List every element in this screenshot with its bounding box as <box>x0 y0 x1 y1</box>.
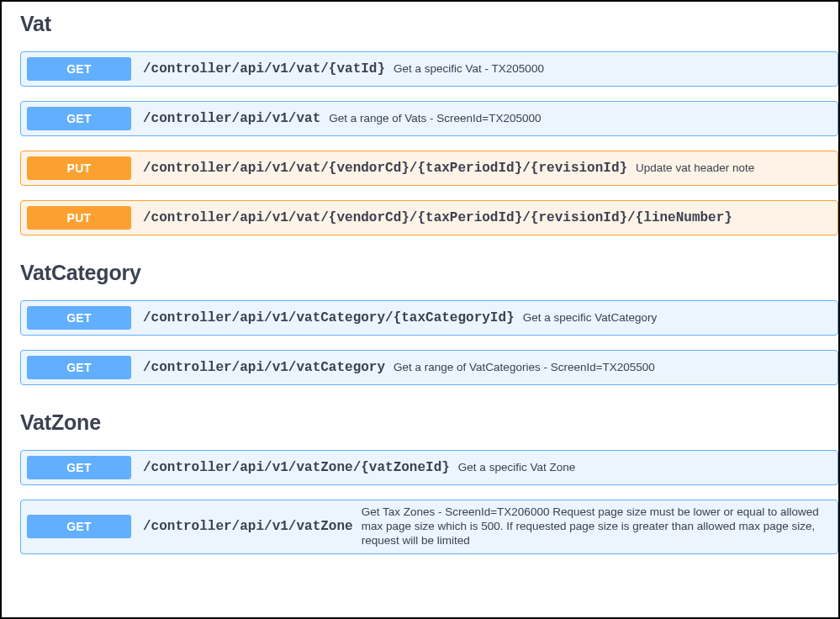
endpoint-summary: Get a specific Vat Zone <box>458 461 832 475</box>
endpoint-path: /controller/api/v1/vatCategory/{taxCateg… <box>143 310 515 325</box>
section-ops-vatcategory: GET /controller/api/v1/vatCategory/{taxC… <box>20 300 838 385</box>
op-vat-put-header[interactable]: PUT /controller/api/v1/vat/{vendorCd}/{t… <box>20 151 838 186</box>
op-vat-put-line[interactable]: PUT /controller/api/v1/vat/{vendorCd}/{t… <box>20 200 838 235</box>
section-title-vatzone[interactable]: VatZone <box>20 410 838 435</box>
op-vatzone-get-range[interactable]: GET /controller/api/v1/vatZone Get Tax Z… <box>20 500 838 554</box>
endpoint-path: /controller/api/v1/vatCategory <box>143 360 385 375</box>
endpoint-path: /controller/api/v1/vat/{vendorCd}/{taxPe… <box>143 210 732 225</box>
endpoint-summary: Get a range of VatCategories - ScreenId=… <box>394 361 832 375</box>
endpoint-path: /controller/api/v1/vat/{vendorCd}/{taxPe… <box>143 161 627 176</box>
http-method-badge: GET <box>27 107 131 130</box>
op-vatcategory-get-range[interactable]: GET /controller/api/v1/vatCategory Get a… <box>20 350 838 385</box>
http-method-badge: GET <box>27 515 131 538</box>
op-vat-get-by-id[interactable]: GET /controller/api/v1/vat/{vatId} Get a… <box>20 51 838 87</box>
section-ops-vatzone: GET /controller/api/v1/vatZone/{vatZoneI… <box>20 450 838 554</box>
http-method-badge: GET <box>27 306 131 330</box>
endpoint-summary: Get Tax Zones - ScreenId=TX206000 Reques… <box>362 505 832 548</box>
endpoint-summary: Get a specific Vat - TX205000 <box>394 62 832 77</box>
http-method-badge: GET <box>27 57 131 81</box>
endpoint-path: /controller/api/v1/vatZone <box>143 519 353 534</box>
http-method-badge: GET <box>27 456 131 479</box>
section-title-vat[interactable]: Vat <box>20 12 838 36</box>
op-vatzone-get-by-id[interactable]: GET /controller/api/v1/vatZone/{vatZoneI… <box>20 450 838 485</box>
http-method-badge: GET <box>27 356 131 379</box>
endpoint-summary: Update vat header note <box>636 161 832 176</box>
op-vatcategory-get-by-id[interactable]: GET /controller/api/v1/vatCategory/{taxC… <box>20 300 838 336</box>
section-ops-vat: GET /controller/api/v1/vat/{vatId} Get a… <box>20 51 838 235</box>
endpoint-path: /controller/api/v1/vat <box>143 111 320 126</box>
section-title-vatcategory[interactable]: VatCategory <box>20 261 838 285</box>
http-method-badge: PUT <box>27 206 131 230</box>
http-method-badge: PUT <box>27 156 131 180</box>
endpoint-summary: Get a specific VatCategory <box>523 311 832 325</box>
endpoint-path: /controller/api/v1/vat/{vatId} <box>143 61 385 77</box>
api-doc-page: Vat GET /controller/api/v1/vat/{vatId} G… <box>2 12 838 554</box>
op-vat-get-range[interactable]: GET /controller/api/v1/vat Get a range o… <box>20 101 838 136</box>
endpoint-path: /controller/api/v1/vatZone/{vatZoneId} <box>143 460 450 475</box>
endpoint-summary: Get a range of Vats - ScreenId=TX205000 <box>329 112 832 126</box>
